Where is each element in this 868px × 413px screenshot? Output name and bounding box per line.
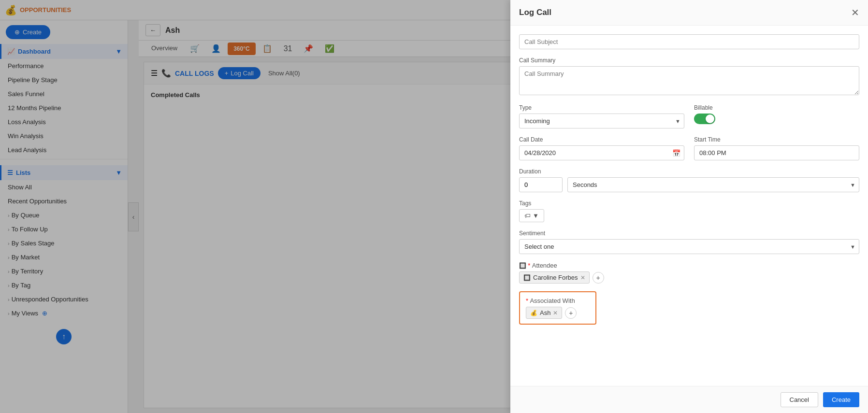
attendee-required-star: * — [528, 262, 530, 269]
type-billable-row: Type Incoming Outgoing ▼ Billable — [519, 104, 859, 136]
calendar-icon[interactable]: 📅 — [672, 149, 680, 157]
duration-label: Duration — [519, 168, 859, 175]
duration-number-input[interactable] — [519, 177, 563, 192]
modal-panel: Log Call ✕ Call Summary Type — [510, 0, 868, 413]
attendee-chips-row: 🔲 Caroline Forbes ✕ + — [519, 271, 859, 284]
associated-chip-ash: 💰 Ash ✕ — [526, 307, 562, 319]
duration-row: Seconds Minutes Hours ▼ — [519, 177, 859, 192]
attendee-add-button[interactable]: + — [593, 272, 604, 284]
modal-body: Call Summary Type Incoming Outgoing ▼ — [510, 26, 868, 386]
billable-label: Billable — [694, 104, 859, 111]
call-subject-group — [519, 34, 859, 49]
tags-group: Tags 🏷 ▼ — [519, 200, 859, 222]
start-time-label: Start Time — [694, 136, 859, 143]
main-layout: ⊕ Create 📈 Dashboard ▼ Performance Pipel… — [0, 20, 868, 413]
associated-chip-name: Ash — [540, 309, 550, 316]
associated-chips-row: 💰 Ash ✕ + — [526, 307, 590, 319]
associated-with-label: * Associated With — [526, 297, 590, 304]
associated-with-box: * Associated With 💰 Ash ✕ + — [519, 291, 596, 325]
call-date-label: Call Date — [519, 136, 684, 143]
sentiment-select[interactable]: Select one — [519, 239, 859, 254]
start-time-input[interactable] — [694, 145, 859, 160]
create-button[interactable]: Create — [823, 392, 859, 407]
associated-chip-icon: 💰 — [530, 310, 537, 316]
billable-toggle[interactable] — [694, 114, 715, 124]
start-time-group: Start Time — [694, 136, 859, 160]
call-summary-label: Call Summary — [519, 57, 859, 64]
call-date-input[interactable] — [519, 145, 684, 160]
attendee-chip-name: Caroline Forbes — [533, 274, 578, 281]
type-label: Type — [519, 104, 684, 111]
sentiment-select-wrapper: Select one ▼ — [519, 239, 859, 254]
attendee-chip-caroline: 🔲 Caroline Forbes ✕ — [519, 271, 590, 284]
attendee-chip-icon: 🔲 — [523, 274, 531, 281]
sentiment-group: Sentiment Select one ▼ — [519, 230, 859, 254]
modal-title: Log Call — [519, 8, 551, 17]
modal-footer: Cancel Create — [510, 386, 868, 413]
type-group: Type Incoming Outgoing ▼ — [519, 104, 684, 128]
call-subject-input[interactable] — [519, 34, 859, 49]
tags-arrow-icon: ▼ — [533, 212, 539, 219]
billable-toggle-wrapper — [694, 114, 859, 124]
attendee-group: 🔲 * Attendee 🔲 Caroline Forbes ✕ + — [519, 262, 859, 284]
call-summary-group: Call Summary — [519, 57, 859, 97]
tags-button[interactable]: 🏷 ▼ — [519, 209, 544, 222]
tags-label: Tags — [519, 200, 859, 207]
associated-add-button[interactable]: + — [565, 307, 577, 319]
modal-close-button[interactable]: ✕ — [851, 7, 859, 18]
call-summary-textarea[interactable] — [519, 66, 859, 95]
duration-unit-wrapper: Seconds Minutes Hours ▼ — [567, 177, 859, 192]
date-time-row: Call Date 📅 Start Time — [519, 136, 859, 168]
sentiment-label: Sentiment — [519, 230, 859, 237]
duration-unit-select[interactable]: Seconds Minutes Hours — [567, 177, 859, 192]
associated-required-star: * — [526, 297, 528, 304]
call-date-group: Call Date 📅 — [519, 136, 684, 160]
date-input-wrapper: 📅 — [519, 145, 684, 160]
toggle-thumb — [706, 114, 714, 123]
associated-chip-remove[interactable]: ✕ — [553, 310, 558, 316]
attendee-label: 🔲 * Attendee — [519, 262, 859, 269]
type-select-wrapper: Incoming Outgoing ▼ — [519, 114, 684, 128]
cancel-button[interactable]: Cancel — [781, 392, 818, 407]
modal-overlay: Log Call ✕ Call Summary Type — [0, 0, 868, 413]
modal-header: Log Call ✕ — [510, 0, 868, 26]
attendee-chip-remove[interactable]: ✕ — [580, 274, 585, 281]
associated-with-group: * Associated With 💰 Ash ✕ + — [519, 291, 859, 325]
attendee-icon: 🔲 — [519, 262, 526, 269]
type-select[interactable]: Incoming Outgoing — [519, 114, 684, 128]
tag-icon: 🏷 — [524, 212, 531, 219]
duration-group: Duration Seconds Minutes Hours ▼ — [519, 168, 859, 192]
billable-group: Billable — [694, 104, 859, 128]
